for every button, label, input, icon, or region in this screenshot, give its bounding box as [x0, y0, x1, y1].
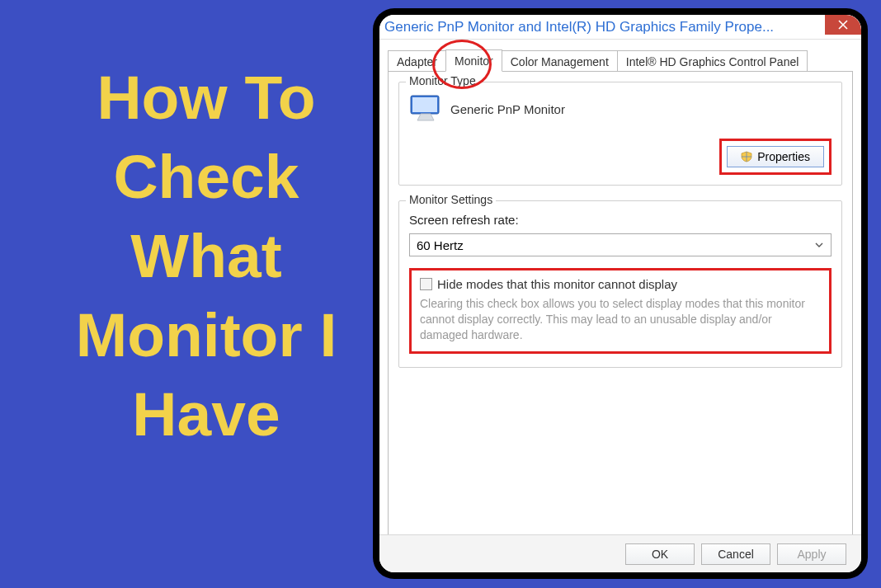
close-button[interactable] [825, 15, 861, 35]
tab-content: Monitor Type Generic PnP Monitor [388, 71, 853, 536]
cancel-button[interactable]: Cancel [701, 543, 770, 565]
tab-monitor[interactable]: Monitor [445, 49, 502, 72]
shield-icon [741, 151, 752, 162]
tab-color-management[interactable]: Color Management [502, 50, 618, 72]
annotation-box-hide-modes: Hide modes that this monitor cannot disp… [409, 268, 832, 354]
monitor-type-legend: Monitor Type [406, 74, 479, 87]
properties-button[interactable]: Properties [727, 146, 824, 167]
hide-modes-label: Hide modes that this monitor cannot disp… [437, 277, 677, 291]
refresh-rate-value: 60 Hertz [417, 238, 464, 252]
dialog-button-row: OK Cancel Apply [379, 534, 861, 572]
ok-button[interactable]: OK [625, 543, 695, 565]
properties-button-label: Properties [757, 150, 810, 163]
chevron-down-icon [814, 240, 824, 250]
annotation-box-properties: Properties [719, 139, 832, 175]
titlebar: Generic PnP Monitor and Intel(R) HD Grap… [379, 15, 861, 40]
hide-modes-row: Hide modes that this monitor cannot disp… [420, 277, 821, 291]
monitor-icon [409, 94, 442, 124]
properties-window: Generic PnP Monitor and Intel(R) HD Grap… [379, 15, 861, 572]
monitor-name: Generic PnP Monitor [450, 102, 565, 116]
hide-modes-checkbox[interactable] [420, 278, 432, 290]
close-icon [838, 20, 848, 30]
window-title: Generic PnP Monitor and Intel(R) HD Grap… [379, 19, 774, 35]
svg-rect-1 [412, 97, 437, 112]
monitor-info-row: Generic PnP Monitor [409, 94, 832, 124]
page-title: How To Check What Monitor I Have [49, 58, 363, 454]
apply-button[interactable]: Apply [777, 543, 846, 565]
tab-intel-control-panel[interactable]: Intel® HD Graphics Control Panel [617, 50, 808, 72]
hide-modes-help-text: Clearing this check box allows you to se… [420, 296, 821, 343]
monitor-type-group: Monitor Type Generic PnP Monitor [398, 82, 842, 186]
tab-adapter[interactable]: Adapter [388, 50, 446, 72]
refresh-rate-label: Screen refresh rate: [409, 213, 832, 227]
device-frame: Generic PnP Monitor and Intel(R) HD Grap… [373, 8, 868, 579]
tab-strip: Adapter Monitor Color Management Intel® … [379, 40, 861, 71]
monitor-settings-legend: Monitor Settings [406, 193, 496, 206]
refresh-rate-select[interactable]: 60 Hertz [409, 233, 832, 256]
monitor-settings-group: Monitor Settings Screen refresh rate: 60… [398, 200, 842, 368]
